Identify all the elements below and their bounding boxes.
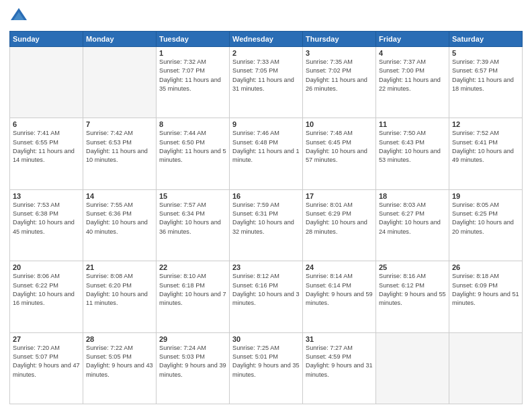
day-info: Sunrise: 7:24 AMSunset: 5:03 PMDaylight:…	[159, 344, 226, 379]
day-number: 29	[159, 335, 226, 343]
calendar-cell: 24Sunrise: 8:14 AMSunset: 6:14 PMDayligh…	[303, 261, 376, 332]
day-info: Sunrise: 7:57 AMSunset: 6:34 PMDaylight:…	[159, 201, 226, 236]
day-number: 3	[306, 49, 373, 57]
day-info: Sunrise: 8:06 AMSunset: 6:22 PMDaylight:…	[13, 272, 80, 308]
day-number: 28	[86, 335, 153, 343]
calendar-cell: 31Sunrise: 7:27 AMSunset: 4:59 PMDayligh…	[303, 332, 376, 404]
calendar-cell: 6Sunrise: 7:41 AMSunset: 6:55 PMDaylight…	[10, 118, 83, 189]
calendar-cell: 8Sunrise: 7:44 AMSunset: 6:50 PMDaylight…	[157, 118, 230, 189]
day-info: Sunrise: 7:35 AMSunset: 7:02 PMDaylight:…	[306, 58, 373, 93]
calendar-cell	[83, 47, 157, 118]
day-number: 17	[306, 192, 373, 200]
week-row-2: 6Sunrise: 7:41 AMSunset: 6:55 PMDaylight…	[10, 118, 523, 189]
calendar-cell: 13Sunrise: 7:53 AMSunset: 6:38 PMDayligh…	[10, 189, 83, 261]
day-info: Sunrise: 8:01 AMSunset: 6:29 PMDaylight:…	[306, 201, 373, 236]
calendar-cell	[449, 332, 523, 404]
day-number: 25	[379, 263, 446, 271]
calendar-cell: 27Sunrise: 7:20 AMSunset: 5:07 PMDayligh…	[10, 332, 83, 404]
calendar-cell: 1Sunrise: 7:32 AMSunset: 7:07 PMDaylight…	[157, 47, 230, 118]
day-number: 2	[232, 49, 300, 57]
logo	[9, 7, 30, 26]
col-monday: Monday	[83, 32, 157, 47]
week-row-4: 20Sunrise: 8:06 AMSunset: 6:22 PMDayligh…	[10, 261, 523, 332]
day-info: Sunrise: 7:52 AMSunset: 6:41 PMDaylight:…	[452, 129, 519, 165]
calendar-cell: 14Sunrise: 7:55 AMSunset: 6:36 PMDayligh…	[83, 189, 157, 261]
day-number: 7	[86, 120, 153, 128]
day-number: 20	[13, 263, 80, 271]
day-number: 18	[379, 192, 446, 200]
day-info: Sunrise: 7:20 AMSunset: 5:07 PMDaylight:…	[13, 344, 80, 379]
col-saturday: Saturday	[449, 32, 523, 47]
day-info: Sunrise: 7:46 AMSunset: 6:48 PMDaylight:…	[232, 129, 300, 165]
calendar-cell: 15Sunrise: 7:57 AMSunset: 6:34 PMDayligh…	[157, 189, 230, 261]
week-row-5: 27Sunrise: 7:20 AMSunset: 5:07 PMDayligh…	[10, 332, 523, 404]
calendar-cell: 26Sunrise: 8:18 AMSunset: 6:09 PMDayligh…	[449, 261, 523, 332]
calendar-table: Sunday Monday Tuesday Wednesday Thursday…	[9, 31, 523, 404]
calendar-cell: 20Sunrise: 8:06 AMSunset: 6:22 PMDayligh…	[10, 261, 83, 332]
day-number: 31	[306, 335, 373, 343]
day-info: Sunrise: 8:18 AMSunset: 6:09 PMDaylight:…	[452, 272, 519, 308]
day-info: Sunrise: 7:53 AMSunset: 6:38 PMDaylight:…	[13, 201, 80, 236]
calendar-cell: 2Sunrise: 7:33 AMSunset: 7:05 PMDaylight…	[230, 47, 303, 118]
day-info: Sunrise: 7:22 AMSunset: 5:05 PMDaylight:…	[86, 344, 153, 379]
day-number: 4	[379, 49, 446, 57]
week-row-1: 1Sunrise: 7:32 AMSunset: 7:07 PMDaylight…	[10, 47, 523, 118]
calendar-cell: 21Sunrise: 8:08 AMSunset: 6:20 PMDayligh…	[83, 261, 157, 332]
day-number: 12	[452, 120, 519, 128]
day-number: 16	[232, 192, 300, 200]
calendar-cell	[10, 47, 83, 118]
day-number: 9	[232, 120, 300, 128]
col-sunday: Sunday	[10, 32, 83, 47]
header	[9, 7, 523, 26]
calendar-cell: 7Sunrise: 7:42 AMSunset: 6:53 PMDaylight…	[83, 118, 157, 189]
day-info: Sunrise: 8:08 AMSunset: 6:20 PMDaylight:…	[86, 272, 153, 308]
day-info: Sunrise: 8:14 AMSunset: 6:14 PMDaylight:…	[306, 272, 373, 308]
calendar-header-row: Sunday Monday Tuesday Wednesday Thursday…	[10, 32, 523, 47]
day-number: 6	[13, 120, 80, 128]
calendar-cell: 11Sunrise: 7:50 AMSunset: 6:43 PMDayligh…	[376, 118, 449, 189]
day-info: Sunrise: 7:44 AMSunset: 6:50 PMDaylight:…	[159, 129, 226, 165]
calendar-cell: 10Sunrise: 7:48 AMSunset: 6:45 PMDayligh…	[303, 118, 376, 189]
week-row-3: 13Sunrise: 7:53 AMSunset: 6:38 PMDayligh…	[10, 189, 523, 261]
day-info: Sunrise: 7:59 AMSunset: 6:31 PMDaylight:…	[232, 201, 300, 236]
day-number: 1	[159, 49, 226, 57]
day-info: Sunrise: 7:42 AMSunset: 6:53 PMDaylight:…	[86, 129, 153, 165]
day-number: 26	[452, 263, 519, 271]
day-info: Sunrise: 7:32 AMSunset: 7:07 PMDaylight:…	[159, 58, 226, 93]
col-friday: Friday	[376, 32, 449, 47]
day-info: Sunrise: 8:03 AMSunset: 6:27 PMDaylight:…	[379, 201, 446, 236]
day-number: 23	[232, 263, 300, 271]
day-info: Sunrise: 7:39 AMSunset: 6:57 PMDaylight:…	[452, 58, 519, 93]
day-number: 8	[159, 120, 226, 128]
day-info: Sunrise: 7:41 AMSunset: 6:55 PMDaylight:…	[13, 129, 80, 165]
calendar-cell: 25Sunrise: 8:16 AMSunset: 6:12 PMDayligh…	[376, 261, 449, 332]
calendar-cell: 9Sunrise: 7:46 AMSunset: 6:48 PMDaylight…	[230, 118, 303, 189]
day-number: 21	[86, 263, 153, 271]
logo-icon	[9, 7, 28, 26]
calendar-cell: 5Sunrise: 7:39 AMSunset: 6:57 PMDaylight…	[449, 47, 523, 118]
day-number: 11	[379, 120, 446, 128]
calendar-cell: 4Sunrise: 7:37 AMSunset: 7:00 PMDaylight…	[376, 47, 449, 118]
day-number: 24	[306, 263, 373, 271]
calendar-cell: 30Sunrise: 7:25 AMSunset: 5:01 PMDayligh…	[230, 332, 303, 404]
day-number: 30	[232, 335, 300, 343]
col-tuesday: Tuesday	[157, 32, 230, 47]
day-number: 27	[13, 335, 80, 343]
day-info: Sunrise: 7:48 AMSunset: 6:45 PMDaylight:…	[306, 129, 373, 165]
calendar-cell: 23Sunrise: 8:12 AMSunset: 6:16 PMDayligh…	[230, 261, 303, 332]
day-info: Sunrise: 7:50 AMSunset: 6:43 PMDaylight:…	[379, 129, 446, 165]
day-number: 22	[159, 263, 226, 271]
day-info: Sunrise: 7:37 AMSunset: 7:00 PMDaylight:…	[379, 58, 446, 93]
col-wednesday: Wednesday	[230, 32, 303, 47]
calendar-cell: 18Sunrise: 8:03 AMSunset: 6:27 PMDayligh…	[376, 189, 449, 261]
calendar-cell: 19Sunrise: 8:05 AMSunset: 6:25 PMDayligh…	[449, 189, 523, 261]
day-number: 14	[86, 192, 153, 200]
day-info: Sunrise: 8:10 AMSunset: 6:18 PMDaylight:…	[159, 272, 226, 308]
calendar-cell: 12Sunrise: 7:52 AMSunset: 6:41 PMDayligh…	[449, 118, 523, 189]
calendar-cell: 28Sunrise: 7:22 AMSunset: 5:05 PMDayligh…	[83, 332, 157, 404]
day-number: 19	[452, 192, 519, 200]
calendar-cell: 22Sunrise: 8:10 AMSunset: 6:18 PMDayligh…	[157, 261, 230, 332]
day-info: Sunrise: 7:25 AMSunset: 5:01 PMDaylight:…	[232, 344, 300, 379]
day-info: Sunrise: 8:16 AMSunset: 6:12 PMDaylight:…	[379, 272, 446, 308]
day-info: Sunrise: 8:12 AMSunset: 6:16 PMDaylight:…	[232, 272, 300, 308]
